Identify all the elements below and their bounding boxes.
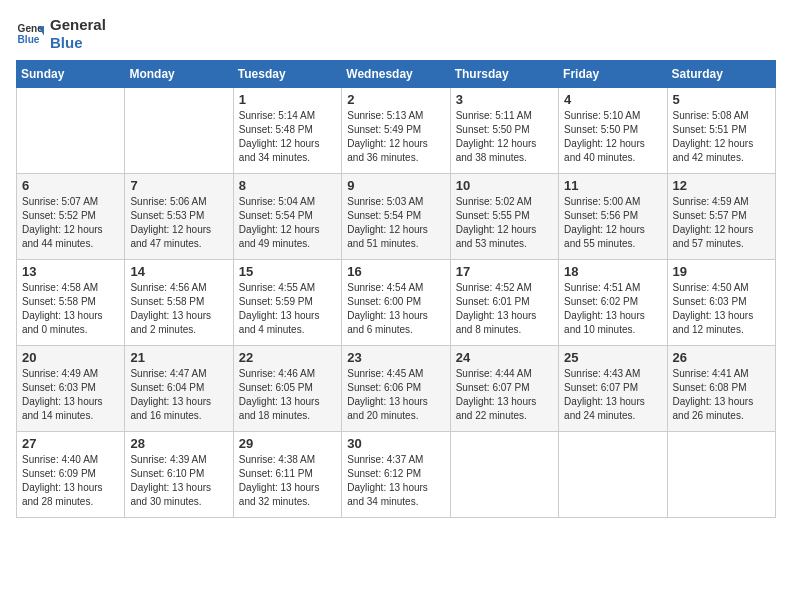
weekday-header-wednesday: Wednesday <box>342 61 450 88</box>
day-number: 11 <box>564 178 661 193</box>
calendar-cell: 14Sunrise: 4:56 AM Sunset: 5:58 PM Dayli… <box>125 260 233 346</box>
day-number: 2 <box>347 92 444 107</box>
day-info: Sunrise: 4:37 AM Sunset: 6:12 PM Dayligh… <box>347 453 444 509</box>
weekday-header-monday: Monday <box>125 61 233 88</box>
day-info: Sunrise: 4:52 AM Sunset: 6:01 PM Dayligh… <box>456 281 553 337</box>
calendar-week-row: 6Sunrise: 5:07 AM Sunset: 5:52 PM Daylig… <box>17 174 776 260</box>
day-number: 5 <box>673 92 770 107</box>
svg-text:Blue: Blue <box>18 34 40 45</box>
day-info: Sunrise: 5:06 AM Sunset: 5:53 PM Dayligh… <box>130 195 227 251</box>
calendar-cell: 8Sunrise: 5:04 AM Sunset: 5:54 PM Daylig… <box>233 174 341 260</box>
day-number: 15 <box>239 264 336 279</box>
day-number: 4 <box>564 92 661 107</box>
day-number: 20 <box>22 350 119 365</box>
calendar-header: SundayMondayTuesdayWednesdayThursdayFrid… <box>17 61 776 88</box>
day-number: 23 <box>347 350 444 365</box>
page-header: General Blue General Blue <box>16 16 776 52</box>
day-info: Sunrise: 4:38 AM Sunset: 6:11 PM Dayligh… <box>239 453 336 509</box>
calendar-week-row: 13Sunrise: 4:58 AM Sunset: 5:58 PM Dayli… <box>17 260 776 346</box>
calendar-cell <box>559 432 667 518</box>
day-number: 9 <box>347 178 444 193</box>
day-info: Sunrise: 4:39 AM Sunset: 6:10 PM Dayligh… <box>130 453 227 509</box>
day-info: Sunrise: 5:02 AM Sunset: 5:55 PM Dayligh… <box>456 195 553 251</box>
calendar-cell: 4Sunrise: 5:10 AM Sunset: 5:50 PM Daylig… <box>559 88 667 174</box>
logo-general: General <box>50 16 106 34</box>
calendar-cell: 22Sunrise: 4:46 AM Sunset: 6:05 PM Dayli… <box>233 346 341 432</box>
calendar-cell: 26Sunrise: 4:41 AM Sunset: 6:08 PM Dayli… <box>667 346 775 432</box>
calendar-cell: 10Sunrise: 5:02 AM Sunset: 5:55 PM Dayli… <box>450 174 558 260</box>
day-number: 12 <box>673 178 770 193</box>
calendar-cell: 16Sunrise: 4:54 AM Sunset: 6:00 PM Dayli… <box>342 260 450 346</box>
day-info: Sunrise: 5:14 AM Sunset: 5:48 PM Dayligh… <box>239 109 336 165</box>
calendar-cell: 28Sunrise: 4:39 AM Sunset: 6:10 PM Dayli… <box>125 432 233 518</box>
day-info: Sunrise: 4:58 AM Sunset: 5:58 PM Dayligh… <box>22 281 119 337</box>
day-number: 18 <box>564 264 661 279</box>
calendar-cell: 5Sunrise: 5:08 AM Sunset: 5:51 PM Daylig… <box>667 88 775 174</box>
weekday-header-saturday: Saturday <box>667 61 775 88</box>
calendar-cell: 25Sunrise: 4:43 AM Sunset: 6:07 PM Dayli… <box>559 346 667 432</box>
calendar-body: 1Sunrise: 5:14 AM Sunset: 5:48 PM Daylig… <box>17 88 776 518</box>
calendar-cell: 17Sunrise: 4:52 AM Sunset: 6:01 PM Dayli… <box>450 260 558 346</box>
day-info: Sunrise: 4:46 AM Sunset: 6:05 PM Dayligh… <box>239 367 336 423</box>
logo-icon: General Blue <box>16 20 44 48</box>
day-info: Sunrise: 5:10 AM Sunset: 5:50 PM Dayligh… <box>564 109 661 165</box>
day-number: 30 <box>347 436 444 451</box>
weekday-header-thursday: Thursday <box>450 61 558 88</box>
calendar-cell: 12Sunrise: 4:59 AM Sunset: 5:57 PM Dayli… <box>667 174 775 260</box>
day-info: Sunrise: 5:00 AM Sunset: 5:56 PM Dayligh… <box>564 195 661 251</box>
calendar-cell: 27Sunrise: 4:40 AM Sunset: 6:09 PM Dayli… <box>17 432 125 518</box>
day-info: Sunrise: 4:47 AM Sunset: 6:04 PM Dayligh… <box>130 367 227 423</box>
calendar-cell: 20Sunrise: 4:49 AM Sunset: 6:03 PM Dayli… <box>17 346 125 432</box>
calendar-week-row: 20Sunrise: 4:49 AM Sunset: 6:03 PM Dayli… <box>17 346 776 432</box>
calendar-cell: 19Sunrise: 4:50 AM Sunset: 6:03 PM Dayli… <box>667 260 775 346</box>
day-number: 21 <box>130 350 227 365</box>
day-number: 26 <box>673 350 770 365</box>
day-number: 25 <box>564 350 661 365</box>
day-number: 7 <box>130 178 227 193</box>
calendar-cell <box>17 88 125 174</box>
calendar-week-row: 27Sunrise: 4:40 AM Sunset: 6:09 PM Dayli… <box>17 432 776 518</box>
day-number: 8 <box>239 178 336 193</box>
day-info: Sunrise: 4:41 AM Sunset: 6:08 PM Dayligh… <box>673 367 770 423</box>
weekday-header-friday: Friday <box>559 61 667 88</box>
calendar-cell: 11Sunrise: 5:00 AM Sunset: 5:56 PM Dayli… <box>559 174 667 260</box>
logo-blue: Blue <box>50 34 106 52</box>
calendar-cell: 18Sunrise: 4:51 AM Sunset: 6:02 PM Dayli… <box>559 260 667 346</box>
calendar-cell: 24Sunrise: 4:44 AM Sunset: 6:07 PM Dayli… <box>450 346 558 432</box>
day-number: 6 <box>22 178 119 193</box>
day-info: Sunrise: 5:13 AM Sunset: 5:49 PM Dayligh… <box>347 109 444 165</box>
day-number: 22 <box>239 350 336 365</box>
day-info: Sunrise: 5:08 AM Sunset: 5:51 PM Dayligh… <box>673 109 770 165</box>
day-info: Sunrise: 4:59 AM Sunset: 5:57 PM Dayligh… <box>673 195 770 251</box>
day-info: Sunrise: 5:07 AM Sunset: 5:52 PM Dayligh… <box>22 195 119 251</box>
day-number: 14 <box>130 264 227 279</box>
day-info: Sunrise: 4:40 AM Sunset: 6:09 PM Dayligh… <box>22 453 119 509</box>
weekday-row: SundayMondayTuesdayWednesdayThursdayFrid… <box>17 61 776 88</box>
day-number: 29 <box>239 436 336 451</box>
calendar-cell: 13Sunrise: 4:58 AM Sunset: 5:58 PM Dayli… <box>17 260 125 346</box>
calendar-cell <box>450 432 558 518</box>
day-number: 28 <box>130 436 227 451</box>
day-info: Sunrise: 4:44 AM Sunset: 6:07 PM Dayligh… <box>456 367 553 423</box>
day-number: 24 <box>456 350 553 365</box>
day-number: 13 <box>22 264 119 279</box>
day-info: Sunrise: 4:43 AM Sunset: 6:07 PM Dayligh… <box>564 367 661 423</box>
day-info: Sunrise: 4:54 AM Sunset: 6:00 PM Dayligh… <box>347 281 444 337</box>
calendar-cell: 23Sunrise: 4:45 AM Sunset: 6:06 PM Dayli… <box>342 346 450 432</box>
calendar-cell <box>667 432 775 518</box>
day-info: Sunrise: 4:45 AM Sunset: 6:06 PM Dayligh… <box>347 367 444 423</box>
day-info: Sunrise: 4:51 AM Sunset: 6:02 PM Dayligh… <box>564 281 661 337</box>
day-number: 10 <box>456 178 553 193</box>
day-number: 27 <box>22 436 119 451</box>
calendar-cell: 1Sunrise: 5:14 AM Sunset: 5:48 PM Daylig… <box>233 88 341 174</box>
day-info: Sunrise: 4:49 AM Sunset: 6:03 PM Dayligh… <box>22 367 119 423</box>
logo: General Blue General Blue <box>16 16 106 52</box>
calendar-cell: 30Sunrise: 4:37 AM Sunset: 6:12 PM Dayli… <box>342 432 450 518</box>
day-number: 3 <box>456 92 553 107</box>
calendar-cell: 9Sunrise: 5:03 AM Sunset: 5:54 PM Daylig… <box>342 174 450 260</box>
calendar-cell: 3Sunrise: 5:11 AM Sunset: 5:50 PM Daylig… <box>450 88 558 174</box>
day-number: 1 <box>239 92 336 107</box>
calendar-cell: 2Sunrise: 5:13 AM Sunset: 5:49 PM Daylig… <box>342 88 450 174</box>
weekday-header-tuesday: Tuesday <box>233 61 341 88</box>
day-info: Sunrise: 4:50 AM Sunset: 6:03 PM Dayligh… <box>673 281 770 337</box>
